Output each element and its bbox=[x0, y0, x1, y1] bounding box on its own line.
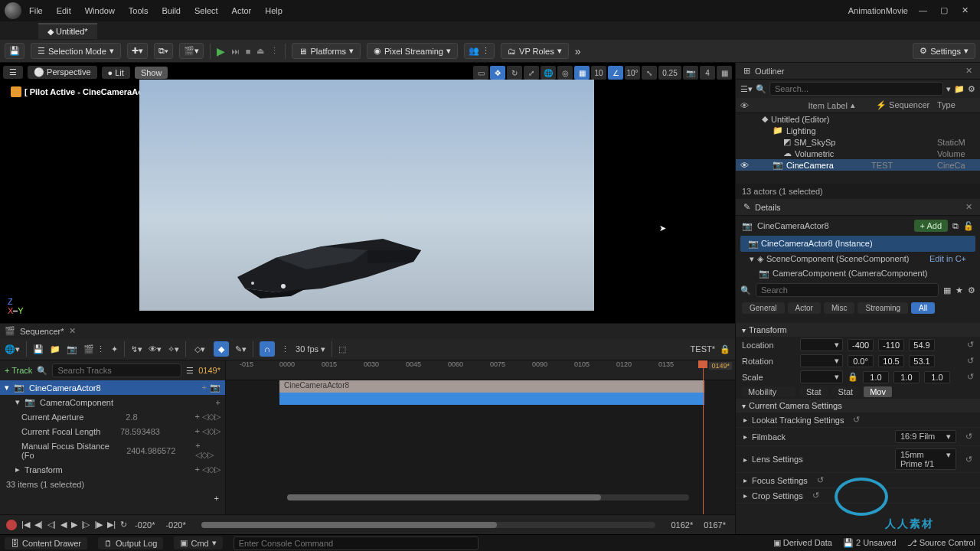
loop-button[interactable]: ↻ bbox=[120, 520, 127, 530]
marked-frame-button[interactable]: ⬚ bbox=[338, 344, 346, 354]
surface-snap-toggle[interactable]: ◎ bbox=[557, 66, 573, 80]
track-search-input[interactable] bbox=[52, 364, 181, 377]
cinematics-button[interactable]: 🎬▾ bbox=[179, 43, 204, 59]
timeline-scroll-thumb[interactable] bbox=[287, 494, 601, 500]
filter-streaming[interactable]: Streaming bbox=[858, 302, 908, 314]
menu-help[interactable]: Help bbox=[265, 6, 283, 15]
cmd-dropdown[interactable]: ▣Cmd ▾ bbox=[174, 536, 222, 549]
pilot-cam-button[interactable]: 📷 bbox=[210, 383, 220, 393]
select-tool[interactable]: ▭ bbox=[473, 66, 488, 80]
reset-icon[interactable]: ↺ bbox=[967, 340, 974, 350]
add-key-button[interactable]: + bbox=[216, 398, 220, 407]
visibility-icon[interactable]: 👁 bbox=[740, 161, 750, 170]
curve-editor-button[interactable]: ↯▾ bbox=[131, 344, 142, 354]
location-dropdown[interactable]: ▾ bbox=[800, 338, 843, 351]
range-start-1[interactable]: -020* bbox=[135, 520, 155, 530]
viewport-layout-button[interactable]: ▦ bbox=[717, 66, 732, 80]
scale-tool[interactable]: ⤢ bbox=[524, 66, 539, 80]
camera-track-bar[interactable] bbox=[279, 393, 704, 405]
outliner-row[interactable]: ◆ Untitled (Editor) bbox=[736, 113, 980, 125]
vp-roles-dropdown[interactable]: 🗂 VP Roles ▾ bbox=[501, 43, 569, 59]
scale-snap-toggle[interactable]: ⤡ bbox=[642, 66, 657, 80]
mobility-stationary[interactable]: Stat bbox=[832, 386, 860, 397]
key-interp-button[interactable]: ✎▾ bbox=[235, 344, 247, 354]
track-aperture[interactable]: Current Aperture 2.8 + ◁◇▷ bbox=[0, 409, 225, 424]
lit-dropdown[interactable]: ● Lit bbox=[102, 67, 130, 79]
reset-icon[interactable]: ↺ bbox=[965, 455, 972, 465]
menu-actor[interactable]: Actor bbox=[232, 6, 252, 15]
camera-component-row[interactable]: 📷 CameraComponent (CameraComponent) bbox=[736, 266, 980, 281]
scale-x[interactable]: 1.0 bbox=[863, 371, 889, 383]
show-dropdown[interactable]: Show bbox=[135, 67, 168, 79]
timeline-ruler[interactable]: -015 0000 0015 0030 0045 0060 0075 0090 … bbox=[226, 360, 735, 380]
browse-button[interactable]: 📁 bbox=[50, 344, 60, 354]
close-icon[interactable]: ✕ bbox=[962, 5, 972, 16]
camera-clip[interactable]: CineCameraActor8 bbox=[279, 380, 704, 393]
actions-button[interactable]: ✦ bbox=[111, 344, 118, 354]
rotation-dropdown[interactable]: ▾ bbox=[800, 354, 843, 367]
perspective-dropdown[interactable]: ⚪ Perspective bbox=[28, 66, 97, 79]
scene-component-row[interactable]: ▾ ◈ SceneComponent (SceneComponent) Edit… bbox=[736, 252, 980, 266]
reset-icon[interactable]: ↺ bbox=[967, 372, 974, 382]
play-reverse-button[interactable]: ◀ bbox=[60, 520, 67, 530]
reset-icon[interactable]: ↺ bbox=[853, 415, 860, 425]
eject-button[interactable]: ⏏ bbox=[256, 46, 264, 56]
playback-options[interactable]: 👁▾ bbox=[149, 344, 162, 354]
outliner-col-item[interactable]: Item Label bbox=[808, 101, 848, 110]
reset-icon[interactable]: ↺ bbox=[965, 432, 972, 442]
platforms-dropdown[interactable]: 🖥 Platforms ▾ bbox=[292, 43, 360, 59]
track-focus-value[interactable]: 2404.986572 bbox=[126, 446, 175, 455]
angle-snap-value[interactable]: 10° bbox=[625, 66, 640, 80]
go-end-button[interactable]: ▶| bbox=[107, 520, 116, 530]
location-z[interactable]: 54.9 bbox=[909, 339, 935, 351]
scale-z[interactable]: 1.0 bbox=[924, 371, 950, 383]
scale-lock-icon[interactable]: 🔒 bbox=[848, 372, 858, 382]
add-track-bottom-button[interactable]: + bbox=[214, 494, 219, 503]
range-end-2[interactable]: 0167* bbox=[704, 520, 726, 530]
mobility-static[interactable]: Stat bbox=[800, 386, 828, 397]
snap-toggle[interactable]: ∩ bbox=[260, 341, 275, 357]
key-all-button[interactable]: ◇▾ bbox=[192, 341, 207, 357]
folder-icon[interactable]: 📁 bbox=[954, 84, 965, 94]
outliner-row[interactable]: ◩ SM_SkySp StaticM bbox=[736, 136, 980, 148]
save-sequence-button[interactable]: 💾 bbox=[33, 344, 44, 354]
timeline-scrollbar[interactable] bbox=[287, 494, 689, 500]
outliner-close-button[interactable]: ✕ bbox=[965, 66, 972, 76]
track-cinecamera[interactable]: ▾ 📷 CineCameraActor8 + 📷 bbox=[0, 380, 225, 395]
shot-name[interactable]: TEST* bbox=[691, 344, 715, 354]
track-transform[interactable]: ▸ Transform + ◁◇▷ bbox=[0, 462, 225, 477]
prev-key-button[interactable]: ◀| bbox=[34, 520, 43, 530]
reset-icon[interactable]: ↺ bbox=[817, 475, 824, 485]
next-key-button[interactable]: |▶ bbox=[94, 520, 103, 530]
maximize-icon[interactable]: ▢ bbox=[940, 5, 951, 16]
settings-dropdown[interactable]: ⚙ Settings ▾ bbox=[913, 43, 975, 59]
filter-icon[interactable]: ☰▾ bbox=[740, 84, 753, 94]
star-icon[interactable]: ★ bbox=[956, 285, 963, 295]
sequencer-close-button[interactable]: ✕ bbox=[69, 326, 76, 336]
viewport-menu-button[interactable]: ☰ bbox=[3, 66, 23, 79]
outliner-search-input[interactable] bbox=[769, 82, 943, 96]
track-aperture-value[interactable]: 2.8 bbox=[126, 412, 137, 422]
track-cameracomponent[interactable]: ▾ 📷 CameraComponent + bbox=[0, 395, 225, 409]
step-back-button[interactable]: ◁| bbox=[47, 520, 56, 530]
content-drawer-button[interactable]: 🗄Content Drawer bbox=[5, 537, 87, 549]
play-button[interactable]: ▶ bbox=[217, 45, 225, 57]
coord-space-toggle[interactable]: 🌐 bbox=[541, 66, 556, 80]
lens-row[interactable]: ▸ Lens Settings 15mm Prime f/1▾ ↺ bbox=[736, 446, 980, 473]
lookat-row[interactable]: ▸ Lookat Tracking Settings↺ bbox=[736, 412, 980, 428]
add-key-button[interactable]: + bbox=[202, 383, 207, 393]
save-button[interactable]: 💾 bbox=[5, 43, 24, 59]
range-scroll-thumb[interactable] bbox=[201, 522, 497, 528]
camera-settings-section[interactable]: ▾ Current Camera Settings bbox=[736, 399, 980, 412]
angle-snap-toggle[interactable]: ∠ bbox=[608, 66, 623, 80]
timeline[interactable]: -015 0000 0015 0030 0045 0060 0075 0090 … bbox=[226, 360, 735, 514]
menu-build[interactable]: Build bbox=[162, 6, 181, 15]
add-component-button[interactable]: + Add bbox=[914, 220, 948, 232]
outliner-row-selected[interactable]: 👁 📷 CineCamera TEST CineCa bbox=[736, 159, 980, 171]
blueprint-icon[interactable]: ⧉ bbox=[952, 221, 959, 231]
level-viewport[interactable]: ☰ ⚪ Perspective ● Lit Show ▭ ✥ ↻ ⤢ 🌐 ◎ ▦… bbox=[0, 63, 735, 323]
track-focal-value[interactable]: 78.593483 bbox=[120, 427, 160, 436]
outliner-row[interactable]: ☁ Volumetric Volume bbox=[736, 148, 980, 159]
derived-data-button[interactable]: ▣ Derived Data bbox=[773, 538, 832, 548]
mobility-movable[interactable]: Mov bbox=[864, 386, 892, 397]
